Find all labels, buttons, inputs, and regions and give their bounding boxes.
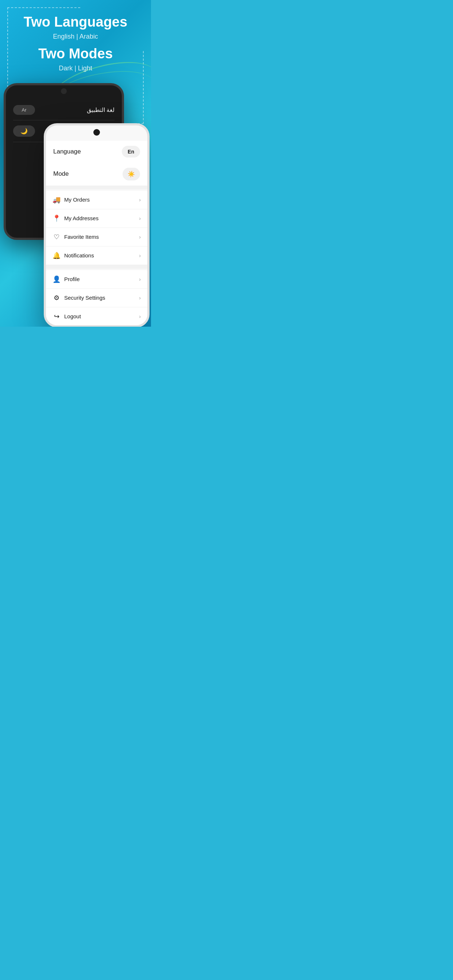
orders-label: My Orders [64, 197, 90, 203]
background: Two Languages English | Arabic Two Modes… [0, 0, 151, 327]
profile-left: 👤 Profile [53, 275, 80, 283]
dark-phone-notch [61, 88, 67, 94]
modes-subtitle: Dark | Light [7, 65, 144, 72]
language-toggle[interactable]: En [122, 146, 140, 158]
profile-item[interactable]: 👤 Profile › [46, 270, 147, 289]
my-orders-left: 🚚 My Orders [53, 196, 90, 204]
notifications-left: 🔔 Notifications [53, 251, 94, 259]
favorite-icon: ♡ [53, 233, 61, 241]
section-gap-1 [46, 186, 147, 189]
languages-subtitle: English | Arabic [7, 33, 144, 40]
security-icon: ⚙ [53, 294, 61, 302]
my-addresses-item[interactable]: 📍 My Addresses › [46, 209, 147, 228]
addresses-label: My Addresses [64, 215, 99, 221]
security-label: Security Settings [64, 294, 105, 301]
notifications-label: Notifications [64, 252, 94, 258]
two-languages-title: Two Languages [7, 14, 144, 30]
dark-language-toggle[interactable]: Ar [13, 105, 35, 115]
logout-item[interactable]: ↪ Logout › [46, 307, 147, 325]
favorite-chevron: › [139, 234, 141, 240]
white-phone-notch [93, 129, 100, 135]
notifications-chevron: › [139, 253, 141, 258]
dark-mode-toggle[interactable]: 🌙 [13, 126, 35, 137]
addresses-icon: 📍 [53, 215, 61, 223]
favorite-items-item[interactable]: ♡ Favorite Items › [46, 228, 147, 247]
white-phone-content: Language En Mode ☀️ 🚚 My Orders [46, 126, 147, 325]
profile-chevron: › [139, 276, 141, 282]
dark-language-label: لغة التطبيق [87, 107, 115, 113]
logout-icon: ↪ [53, 312, 61, 320]
menu-section-1: 🚚 My Orders › 📍 My Addresses › [46, 191, 147, 265]
dark-language-row: Ar لغة التطبيق [13, 100, 115, 120]
logout-chevron: › [139, 313, 141, 320]
favorite-label: Favorite Items [64, 234, 99, 240]
mode-label: Mode [53, 170, 69, 178]
menu-section-2: 👤 Profile › ⚙ Security Settings › [46, 270, 147, 325]
logout-label: Logout [64, 313, 81, 320]
language-row: Language En [46, 141, 147, 162]
profile-label: Profile [64, 276, 80, 282]
language-label: Language [53, 148, 81, 155]
security-settings-item[interactable]: ⚙ Security Settings › [46, 289, 147, 307]
two-modes-title: Two Modes [7, 46, 144, 62]
mode-toggle[interactable]: ☀️ [123, 168, 140, 180]
notifications-item[interactable]: 🔔 Notifications › [46, 247, 147, 265]
my-orders-item[interactable]: 🚚 My Orders › [46, 191, 147, 209]
addresses-chevron: › [139, 215, 141, 221]
orders-chevron: › [139, 197, 141, 203]
my-addresses-left: 📍 My Addresses [53, 215, 99, 223]
notifications-icon: 🔔 [53, 251, 61, 259]
orders-icon: 🚚 [53, 196, 61, 204]
security-settings-left: ⚙ Security Settings [53, 294, 105, 302]
phones-container: Ar لغة التطبيق 🌙 الوضع Language En [0, 80, 151, 313]
mode-row: Mode ☀️ [46, 162, 147, 186]
security-chevron: › [139, 295, 141, 301]
logout-left: ↪ Logout [53, 312, 81, 320]
favorite-items-left: ♡ Favorite Items [53, 233, 99, 241]
white-phone: Language En Mode ☀️ 🚚 My Orders [44, 123, 150, 327]
profile-icon: 👤 [53, 275, 61, 283]
section-gap-2 [46, 265, 147, 269]
header-section: Two Languages English | Arabic Two Modes… [0, 0, 151, 80]
